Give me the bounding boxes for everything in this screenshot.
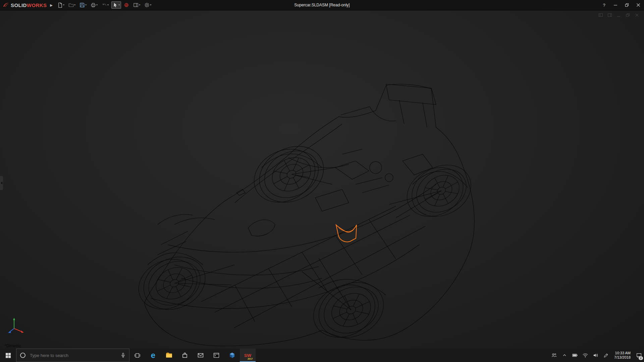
quick-access-toolbar: ▾ ▾ ▾ ▾ ▾ ▾ bbox=[56, 1, 153, 9]
select-tool-button[interactable]: ▾ bbox=[111, 1, 121, 9]
search-input[interactable] bbox=[29, 353, 117, 358]
people-icon bbox=[551, 352, 557, 358]
windows-logo-icon bbox=[5, 353, 11, 358]
network-button[interactable] bbox=[580, 349, 590, 362]
caret-down-icon[interactable]: ▾ bbox=[118, 4, 120, 6]
cube-app-icon bbox=[229, 352, 235, 359]
open-button[interactable]: ▾ bbox=[67, 1, 77, 9]
store-bag-icon bbox=[181, 352, 188, 359]
display-pane-button[interactable]: ▾ bbox=[132, 1, 142, 9]
caret-down-icon[interactable]: ▾ bbox=[85, 4, 87, 6]
caret-down-icon[interactable]: ▾ bbox=[74, 4, 75, 6]
orientation-triad bbox=[7, 317, 25, 337]
print-icon bbox=[91, 2, 96, 8]
sw-icon-label: SW bbox=[244, 353, 251, 358]
solidworks-ds-icon bbox=[3, 2, 9, 8]
print-button[interactable]: ▾ bbox=[89, 1, 99, 9]
open-folder-icon bbox=[68, 2, 74, 8]
display-pane-icon bbox=[133, 2, 139, 8]
wifi-icon bbox=[582, 352, 588, 358]
document-window-controls bbox=[598, 13, 639, 17]
graphics-area[interactable]: *Dimetric bbox=[0, 10, 644, 349]
help-button[interactable]: ? bbox=[598, 0, 610, 10]
wireframe-canvas[interactable] bbox=[0, 10, 644, 349]
collapse-arrow-icon bbox=[1, 182, 2, 184]
hidden-icons-button[interactable] bbox=[559, 349, 570, 362]
red-sphere-icon bbox=[124, 2, 129, 8]
start-button[interactable] bbox=[0, 349, 16, 362]
solidworks-2017-icon: SW 2017 bbox=[243, 351, 253, 360]
pen-icon bbox=[603, 353, 609, 358]
clock-time: 10:33 AM bbox=[615, 351, 631, 355]
taskbar: e SW 2017 bbox=[0, 349, 644, 362]
save-floppy-icon bbox=[79, 2, 85, 8]
taskbar-app-store[interactable] bbox=[177, 349, 193, 362]
seat-highlight-outline[interactable] bbox=[336, 225, 357, 242]
pen-workspace-button[interactable] bbox=[601, 349, 611, 362]
taskbar-app-mail[interactable] bbox=[193, 349, 208, 362]
clock-date: 7/13/2018 bbox=[614, 355, 631, 360]
desktop: SOLIDWORKS ▶ ▾ ▾ ▾ ▾ ▾ bbox=[0, 0, 644, 362]
people-button[interactable] bbox=[549, 349, 559, 362]
notification-badge: 2 bbox=[639, 356, 643, 360]
action-center-button[interactable]: 2 bbox=[634, 349, 644, 362]
save-button[interactable]: ▾ bbox=[78, 1, 88, 9]
document-title: Supercar.SLDASM [Read-only] bbox=[294, 3, 350, 7]
file-explorer-icon bbox=[165, 352, 173, 359]
close-icon bbox=[636, 3, 640, 7]
options-button[interactable]: ▾ bbox=[143, 1, 153, 9]
caret-down-icon[interactable]: ▾ bbox=[63, 4, 64, 6]
highlighted-component-seat[interactable] bbox=[336, 225, 357, 242]
logo-text-solid: SOLID bbox=[11, 2, 27, 8]
solidworks-logo: SOLIDWORKS bbox=[0, 2, 48, 8]
minimize-icon bbox=[613, 3, 618, 7]
system-tray: 10:33 AM 7/13/2018 2 bbox=[549, 349, 644, 362]
taskbar-app-edge[interactable]: e bbox=[145, 349, 161, 362]
taskbar-app-solidworks[interactable]: SW 2017 bbox=[240, 349, 256, 362]
taskbar-app-command-prompt[interactable] bbox=[208, 349, 224, 362]
taskbar-search-box[interactable] bbox=[16, 349, 129, 362]
gear-icon bbox=[144, 2, 150, 8]
caret-down-icon[interactable]: ▾ bbox=[150, 4, 151, 6]
feature-pane-icon[interactable] bbox=[598, 13, 603, 17]
select-cursor-icon bbox=[113, 2, 118, 8]
taskbar-app-cube[interactable] bbox=[224, 349, 240, 362]
battery-icon bbox=[572, 352, 578, 358]
doc-minimize-icon[interactable] bbox=[616, 13, 621, 17]
undo-button[interactable]: ▾ bbox=[100, 1, 110, 9]
undo-arrow-icon bbox=[102, 2, 107, 8]
taskbar-app-file-explorer[interactable] bbox=[161, 349, 177, 362]
battery-button[interactable] bbox=[570, 349, 580, 362]
new-document-icon bbox=[57, 2, 63, 8]
view-orientation-label: *Dimetric bbox=[5, 344, 21, 348]
sw-icon-year: 2017 bbox=[248, 358, 253, 360]
car-wireframe[interactable] bbox=[130, 84, 480, 349]
display-pane-toggle-icon[interactable] bbox=[607, 13, 612, 17]
logo-text-works: WORKS bbox=[27, 2, 47, 8]
minimize-button[interactable] bbox=[610, 0, 621, 10]
menu-flyout-arrow-icon[interactable]: ▶ bbox=[50, 3, 53, 7]
chevron-up-icon bbox=[562, 353, 567, 358]
window-controls: ? bbox=[598, 0, 644, 10]
restore-button[interactable] bbox=[621, 0, 633, 10]
command-prompt-icon bbox=[213, 352, 220, 359]
caret-down-icon[interactable]: ▾ bbox=[107, 4, 109, 6]
taskbar-clock[interactable]: 10:33 AM 7/13/2018 bbox=[611, 349, 634, 362]
triad-x-axis bbox=[21, 330, 24, 333]
cortana-icon[interactable] bbox=[19, 352, 26, 359]
doc-close-icon[interactable] bbox=[635, 13, 639, 17]
caret-down-icon[interactable]: ▾ bbox=[96, 4, 98, 6]
speaker-icon bbox=[593, 352, 599, 358]
doc-restore-icon[interactable] bbox=[626, 13, 630, 17]
task-view-button[interactable] bbox=[129, 349, 145, 362]
edge-icon: e bbox=[151, 351, 155, 359]
volume-button[interactable] bbox=[590, 349, 601, 362]
triad-y-axis bbox=[13, 318, 15, 320]
close-button[interactable] bbox=[633, 0, 644, 10]
new-document-button[interactable]: ▾ bbox=[56, 1, 66, 9]
record-sphere-button[interactable] bbox=[122, 1, 130, 9]
microphone-icon[interactable] bbox=[120, 352, 126, 358]
feature-tree-collapse-tab[interactable] bbox=[0, 176, 3, 190]
caret-down-icon[interactable]: ▾ bbox=[139, 4, 140, 6]
titlebar: SOLIDWORKS ▶ ▾ ▾ ▾ ▾ ▾ bbox=[0, 0, 644, 10]
